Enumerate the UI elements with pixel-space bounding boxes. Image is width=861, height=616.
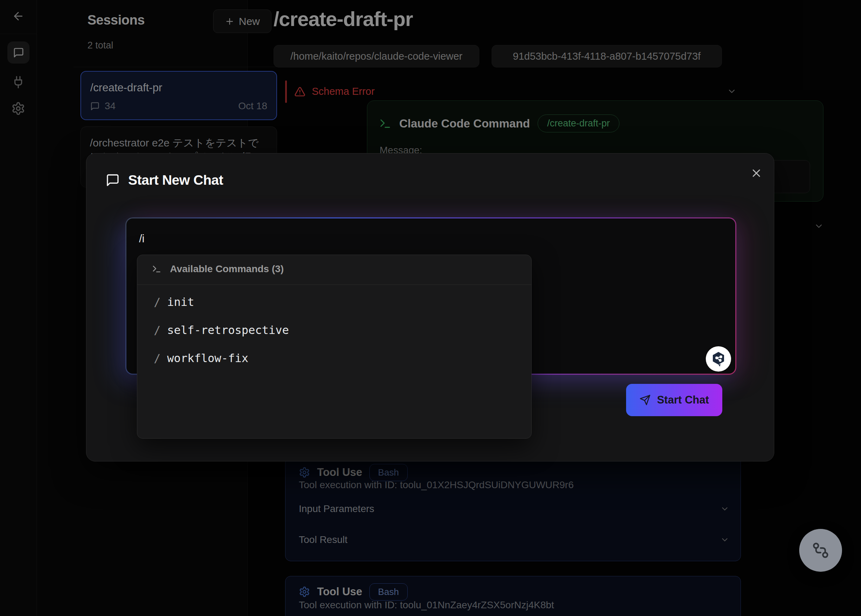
start-chat-label: Start Chat: [657, 394, 709, 406]
autocomplete-header: Available Commands (3): [152, 263, 284, 275]
slash-prefix: /: [154, 352, 160, 365]
command-autocomplete: Available Commands (3) / init / self-ret…: [137, 255, 532, 438]
slash-prefix: /: [154, 324, 160, 337]
slash-prefix: /: [154, 295, 160, 309]
terminal-icon: [152, 264, 162, 274]
start-new-chat-dialog: Start New Chat /i: [86, 153, 774, 462]
close-icon: [750, 167, 763, 179]
autocomplete-divider: [137, 284, 531, 285]
command-option-init[interactable]: / init: [137, 288, 531, 316]
close-button[interactable]: [749, 166, 764, 180]
command-name: workflow-fix: [167, 352, 248, 365]
chat-bubble-icon: [106, 173, 120, 187]
session-graph-fab[interactable]: [799, 529, 842, 572]
command-name: self-retrospective: [167, 324, 289, 337]
hex-chat-share-icon: [710, 350, 727, 367]
autocomplete-header-label: Available Commands (3): [170, 263, 284, 275]
assistant-extension-badge[interactable]: [706, 346, 731, 372]
command-option-workflow-fix[interactable]: / workflow-fix: [137, 344, 531, 372]
dialog-header: Start New Chat: [106, 173, 223, 188]
send-icon: [639, 394, 650, 405]
command-name: init: [167, 295, 194, 309]
dialog-title: Start New Chat: [128, 173, 223, 188]
prompt-input-value: /i: [139, 233, 145, 245]
start-chat-button[interactable]: Start Chat: [626, 384, 722, 416]
git-compare-icon: [811, 541, 830, 559]
command-option-self-retrospective[interactable]: / self-retrospective: [137, 316, 531, 344]
